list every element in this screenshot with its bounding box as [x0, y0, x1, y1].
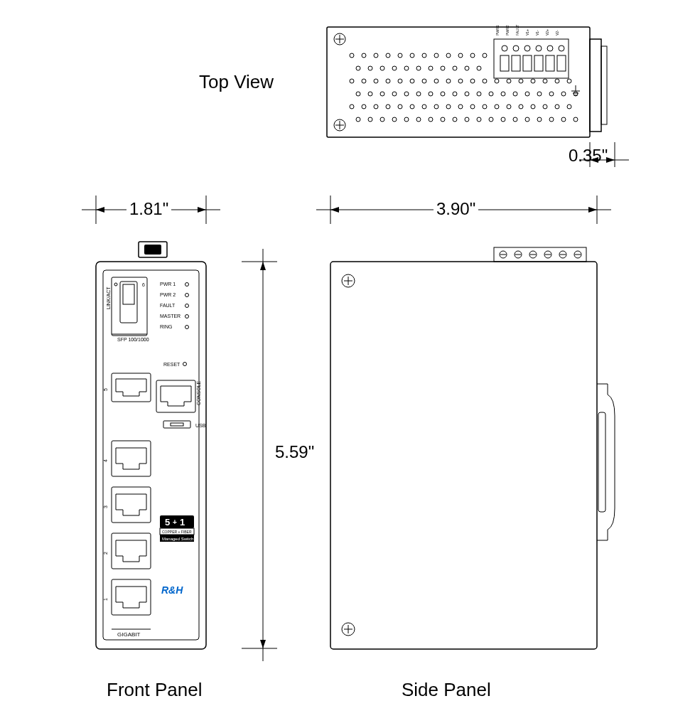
svg-marker-135	[260, 262, 266, 270]
console-port: CONSOLE	[156, 380, 201, 412]
terminal-label: V2-	[555, 30, 559, 36]
svg-rect-151	[171, 423, 183, 426]
front-panel-label: Front Panel	[107, 679, 202, 701]
led-label: MASTER	[160, 314, 181, 318]
svg-point-75	[483, 105, 487, 109]
screw-icon	[334, 119, 345, 131]
svg-rect-155	[112, 487, 151, 523]
svg-marker-125	[96, 207, 104, 213]
terminal-label: FAULT	[515, 25, 519, 36]
svg-rect-143	[123, 284, 134, 304]
sfp-cage: LINK/ACT 6 SFP 100/1000	[106, 277, 149, 342]
svg-point-21	[429, 66, 433, 70]
terminal-label: V2+	[545, 29, 549, 36]
svg-point-58	[513, 92, 517, 96]
svg-point-55	[477, 92, 481, 96]
svg-point-33	[434, 79, 438, 83]
dim-front-width-text: 1.81"	[126, 199, 171, 219]
svg-point-43	[555, 79, 559, 83]
svg-point-60	[537, 92, 542, 96]
svg-text:USB: USB	[195, 423, 206, 428]
svg-point-70	[422, 105, 426, 109]
svg-point-39	[507, 79, 511, 83]
svg-point-20	[416, 66, 421, 70]
svg-rect-148	[156, 380, 195, 412]
rj45-port-2: 2	[103, 533, 151, 569]
svg-point-65	[362, 105, 366, 109]
svg-point-16	[368, 66, 372, 70]
svg-rect-105	[512, 55, 520, 71]
svg-point-77	[507, 105, 511, 109]
rj45-port-5: 5	[103, 373, 151, 402]
svg-point-71	[434, 105, 438, 109]
svg-text:5: 5	[165, 517, 170, 528]
svg-rect-103	[500, 55, 509, 71]
terminal-label: V1+	[525, 29, 529, 36]
svg-rect-138	[144, 245, 161, 255]
svg-point-7	[398, 53, 402, 58]
svg-point-106	[513, 46, 519, 51]
svg-point-6	[386, 53, 390, 58]
svg-point-91	[453, 117, 457, 122]
svg-point-61	[549, 92, 554, 96]
screw-icon	[342, 274, 355, 287]
svg-point-112	[547, 46, 553, 51]
svg-point-88	[416, 117, 421, 122]
svg-rect-150	[163, 421, 190, 428]
reset-button	[183, 363, 187, 366]
svg-point-8	[410, 53, 414, 58]
svg-rect-183	[330, 262, 597, 649]
svg-point-72	[446, 105, 451, 109]
svg-marker-126	[198, 207, 206, 213]
svg-point-27	[362, 79, 366, 83]
svg-point-18	[392, 66, 397, 70]
svg-point-76	[495, 105, 499, 109]
rj45-stack: 4321	[103, 441, 151, 615]
svg-point-66	[374, 105, 378, 109]
svg-point-69	[410, 105, 414, 109]
svg-point-48	[392, 92, 397, 96]
product-badge: 5 + 1 COPPER + FIBER Managed Switch	[160, 515, 194, 542]
led-indicator	[185, 283, 189, 287]
side-panel-drawing	[330, 242, 629, 661]
svg-point-67	[386, 105, 390, 109]
terminal-label: V1-	[535, 30, 539, 36]
svg-point-35	[458, 79, 463, 83]
svg-point-19	[404, 66, 409, 70]
svg-point-29	[386, 79, 390, 83]
svg-point-23	[453, 66, 457, 70]
svg-rect-186	[598, 412, 605, 512]
led-label: PWR 2	[160, 292, 176, 297]
svg-point-80	[543, 105, 547, 109]
sfp-link-label: LINK/ACT	[106, 287, 111, 309]
vent-grid	[350, 53, 578, 122]
svg-point-42	[543, 79, 547, 83]
screw-icon	[342, 623, 355, 636]
svg-point-5	[374, 53, 378, 58]
svg-point-31	[410, 79, 414, 83]
svg-text:2: 2	[103, 552, 108, 555]
svg-point-56	[489, 92, 493, 96]
svg-text:1: 1	[103, 598, 108, 601]
usb-port: USB	[163, 421, 206, 428]
dim-clip-depth-text: 0.35"	[569, 146, 608, 166]
ground-icon	[571, 85, 580, 95]
svg-point-57	[501, 92, 505, 96]
svg-rect-157	[112, 533, 151, 569]
top-view-label: Top View	[199, 71, 274, 93]
svg-point-30	[398, 79, 402, 83]
svg-point-44	[567, 79, 571, 83]
sfp-label: SFP 100/1000	[117, 337, 149, 342]
svg-point-99	[549, 117, 554, 122]
svg-point-25	[477, 66, 481, 70]
svg-point-45	[356, 92, 360, 96]
din-rail-clip	[597, 384, 615, 540]
svg-point-144	[114, 283, 117, 286]
svg-point-28	[374, 79, 378, 83]
svg-point-62	[561, 92, 566, 96]
led-indicator	[185, 304, 189, 308]
terminal-label: PWR2	[505, 25, 510, 36]
status-leds: PWR 1PWR 2FAULTMASTERRING	[160, 282, 189, 329]
svg-point-50	[416, 92, 421, 96]
svg-text:Managed Switch: Managed Switch	[162, 537, 193, 541]
